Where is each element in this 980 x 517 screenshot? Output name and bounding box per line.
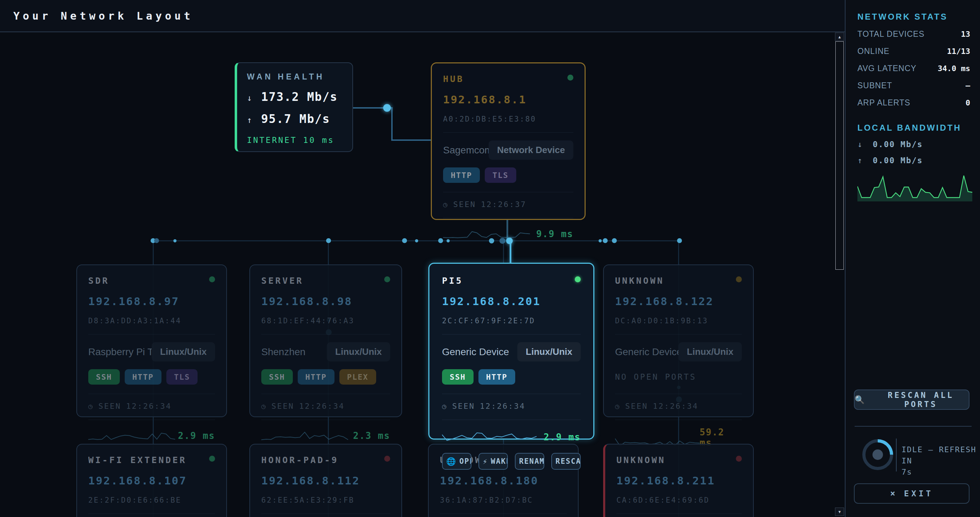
device-card-honor-pad-9[interactable]: HONOR-PAD-9 192.168.8.112 62:EE:5A:E3:29…: [250, 444, 402, 517]
port-badge-http: HTTP: [443, 167, 480, 183]
wan-hub-link: [391, 139, 431, 141]
port-badge-ssh: SSH: [88, 369, 120, 385]
bandwidth-sparkline: [858, 173, 972, 201]
device-mac: CA:6D:6E:E4:69:6D: [616, 496, 742, 504]
device-ip: 192.168.8.201: [442, 295, 581, 307]
latency-sparkline: [442, 427, 536, 443]
network-stats-title: NETWORK STATS: [858, 12, 970, 22]
bus-pi5-link: [510, 241, 511, 263]
latency-sparkline: [88, 427, 175, 442]
wake-button[interactable]: ⚡ WAKE: [479, 453, 508, 470]
os-badge: Linux/Unix: [678, 342, 742, 361]
clock-icon: ◷: [261, 402, 267, 410]
wan-upload-value: 95.7 Mb/s: [261, 112, 330, 126]
packet-dot: [415, 239, 418, 242]
upload-arrow-icon: ↑: [247, 115, 252, 125]
no-open-ports-label: NO OPEN PORTS: [615, 372, 696, 382]
device-mac: 68:1D:EF:44:76:A3: [261, 317, 390, 325]
wan-hub-link: [391, 107, 393, 141]
stat-row-online: ONLINE 11/13: [858, 46, 970, 56]
device-name: UNKNOWN: [616, 455, 665, 465]
packet-dot: [677, 238, 682, 243]
spinner-core: [872, 449, 883, 460]
exit-button[interactable]: × EXIT: [854, 484, 969, 504]
device-name: SDR: [88, 276, 109, 286]
device-name: UNKNOWN: [615, 276, 664, 286]
latency-value: 9.9 ms: [536, 229, 573, 239]
network-topology-app: Your Network Layout WAN HEALTH ↓ 173.2 M…: [0, 0, 980, 517]
seen-time: 12:26:34: [299, 402, 345, 410]
rescan-button[interactable]: RESCAN: [551, 453, 581, 470]
device-ip: 192.168.8.107: [88, 474, 215, 487]
device-name: HONOR-PAD-9: [261, 455, 339, 465]
scrollbar-up-button[interactable]: ▲: [835, 33, 844, 41]
device-card-unknown-122[interactable]: UNKNOWN 192.168.8.122 DC:A0:D0:1B:9B:13 …: [603, 264, 754, 417]
device-card-unknown-211[interactable]: UNKNOWN 192.168.8.211 CA:6D:6E:E4:69:6D …: [603, 444, 754, 517]
device-card-wifi-extender[interactable]: WI-FI EXTENDER 192.168.8.107 2E:2F:D0:E6…: [76, 444, 227, 517]
port-badge-http: HTTP: [479, 369, 515, 385]
device-card-server[interactable]: SERVER 192.168.8.98 68:1D:EF:44:76:A3 Sh…: [250, 264, 402, 417]
device-mac: 2E:2F:D0:E6:66:BE: [88, 496, 215, 504]
packet-dot: [438, 238, 443, 243]
device-card-sdr[interactable]: SDR 192.168.8.97 D8:3A:DD:A3:1A:44 Raspb…: [76, 264, 227, 417]
packet-dot: [326, 238, 331, 243]
scrollbar-down-button[interactable]: ▼: [835, 507, 844, 516]
refresh-separator: [896, 439, 897, 471]
device-name: WI-FI EXTENDER: [88, 455, 187, 465]
page-title: Your Network Layout: [13, 10, 193, 22]
rename-button[interactable]: RENAME: [515, 453, 544, 470]
wan-title: WAN HEALTH: [247, 72, 342, 82]
device-ip: 192.168.8.98: [261, 295, 390, 307]
port-badge-ssh: SSH: [261, 369, 293, 385]
open-button[interactable]: 🌐 OPEN: [442, 453, 471, 470]
close-icon: ×: [890, 488, 898, 498]
stats-sidebar: NETWORK STATS TOTAL DEVICES 13 ONLINE 11…: [845, 0, 980, 517]
device-ip: 192.168.8.1: [443, 93, 573, 106]
wan-status: INTERNET 10 ms: [247, 135, 342, 145]
device-card-pi5-selected[interactable]: PI5 192.168.8.201 2C:CF:67:9F:2E:7D Gene…: [428, 263, 594, 440]
seen-time: 12:26:34: [480, 402, 525, 410]
packet-dot: [598, 239, 602, 242]
device-ip: 192.168.8.122: [615, 295, 742, 307]
packet-dot: [402, 238, 407, 243]
os-badge: Network Device: [488, 140, 573, 160]
rescan-all-ports-button[interactable]: 🔍 RESCAN ALL PORTS: [854, 390, 969, 410]
port-badge-tls: TLS: [166, 369, 198, 385]
seen-label: SEEN: [99, 402, 121, 410]
clock-icon: ◷: [615, 402, 620, 410]
refresh-spinner: [862, 439, 893, 470]
bandwidth-up-row: ↑ 0.00 Mb/s: [858, 156, 970, 165]
scrollbar-thumb[interactable]: [835, 41, 844, 270]
port-badge-plex: PLEX: [339, 369, 376, 385]
seen-label: SEEN: [625, 402, 648, 410]
device-vendor: Generic Device: [615, 347, 678, 358]
device-mac: DC:A0:D0:1B:9B:13: [615, 317, 742, 325]
device-mac: 2C:CF:67:9F:2E:7D: [442, 317, 581, 325]
stat-row-subnet: SUBNET —: [858, 81, 970, 91]
status-dot: [384, 456, 390, 462]
device-ip: 192.168.8.97: [88, 295, 215, 307]
seen-label: SEEN: [272, 402, 294, 410]
device-mac: 62:EE:5A:E3:29:FB: [261, 496, 390, 504]
packet-dot: [603, 238, 608, 243]
seen-time: 12:26:34: [126, 402, 172, 410]
device-card-hub[interactable]: HUB 192.168.8.1 A0:2D:DB:E5:E3:80 Sagemc…: [431, 62, 585, 220]
stat-row-arp-alerts: ARP ALERTS 0: [858, 98, 970, 108]
latency-sparkline: [443, 225, 530, 240]
os-badge: Linux/Unix: [517, 342, 581, 361]
packet-dot: [383, 104, 391, 112]
os-badge: Linux/Unix: [327, 342, 390, 361]
os-badge: Linux/Unix: [152, 342, 215, 361]
clock-icon: ◷: [443, 200, 448, 209]
clock-icon: ◷: [442, 402, 447, 410]
local-bandwidth-title: LOCAL BANDWIDTH: [858, 123, 970, 133]
stat-row-total-devices: TOTAL DEVICES 13: [858, 29, 970, 39]
device-name: SERVER: [261, 276, 303, 286]
latency-value: 2.9 ms: [178, 431, 215, 441]
globe-icon: 🌐: [446, 457, 457, 466]
device-vendor: Shenzhen: [261, 347, 305, 358]
seen-label: SEEN: [452, 402, 475, 410]
download-arrow-icon: ↓: [858, 140, 862, 149]
port-badge-http: HTTP: [125, 369, 161, 385]
refresh-status: IDLE — REFRESH IN 7s: [902, 444, 980, 478]
